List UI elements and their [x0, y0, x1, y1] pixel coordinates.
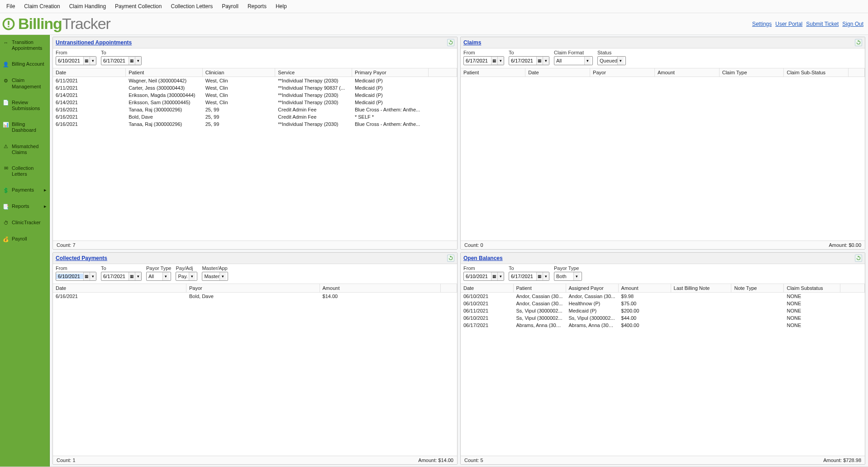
calendar-icon[interactable]: ▦	[83, 57, 90, 65]
chevron-down-icon[interactable]: ▾	[584, 57, 591, 65]
sidebar-item-reports[interactable]: 📑Reports▸	[0, 202, 49, 212]
calendar-icon[interactable]: ▦	[491, 57, 497, 65]
column-header[interactable]: Clinician	[202, 68, 275, 77]
column-header[interactable]: Claim Substatus	[784, 284, 840, 292]
menu-item-collection-letters[interactable]: Collection Letters	[166, 2, 217, 11]
panel-title-link[interactable]: Open Balances	[463, 255, 503, 261]
column-header[interactable]: Date	[461, 284, 513, 292]
from-date-picker[interactable]: ▦▾	[463, 56, 504, 65]
chevron-down-icon[interactable]: ▾	[135, 57, 141, 65]
chevron-down-icon[interactable]: ▾	[497, 272, 504, 280]
to-date-input[interactable]	[101, 274, 129, 279]
chevron-down-icon[interactable]: ▾	[135, 272, 141, 280]
calendar-icon[interactable]: ▦	[129, 57, 135, 65]
table-row[interactable]: 6/16/2021Tanaa, Raj (300000296)25, 99**I…	[53, 120, 457, 128]
header-link-settings[interactable]: Settings	[752, 21, 772, 27]
column-header[interactable]: Primary Payor	[352, 68, 429, 77]
to-date-picker[interactable]: ▦▾	[101, 272, 142, 281]
header-link-sign-out[interactable]: Sign Out	[842, 21, 863, 27]
column-header[interactable]: Claim Sub-Status	[784, 68, 849, 77]
column-header[interactable]: Patient	[513, 284, 566, 292]
payor-type-select[interactable]: All▾	[146, 272, 171, 281]
chevron-down-icon[interactable]: ▾	[617, 57, 624, 65]
sidebar-item-claim-management[interactable]: ⚙Claim Management	[0, 76, 49, 91]
to-date-picker[interactable]: ▦▾	[101, 56, 142, 65]
status-select[interactable]: Queued▾	[597, 56, 626, 65]
sidebar-item-collection-letters[interactable]: ✉Collection Letters	[0, 164, 49, 179]
calendar-icon[interactable]: ▦	[491, 272, 497, 280]
sidebar-item-mismatched-claims[interactable]: ⚠Mismatched Claims	[0, 142, 49, 157]
to-date-input[interactable]	[509, 58, 536, 63]
panel-title-link[interactable]: Untransitioned Appointments	[56, 39, 132, 46]
column-header[interactable]: Amount	[618, 284, 671, 292]
column-header[interactable]: Date	[53, 284, 186, 292]
refresh-button[interactable]	[855, 255, 862, 262]
panel-title-link[interactable]: Claims	[463, 39, 481, 46]
column-header[interactable]: Date	[53, 68, 126, 77]
table[interactable]: DatePatientAssigned PayorAmountLast Bill…	[461, 284, 865, 456]
chevron-down-icon[interactable]: ▾	[162, 272, 169, 280]
refresh-button[interactable]	[855, 39, 862, 46]
table[interactable]: PatientDatePayorAmountClaim TypeClaim Su…	[461, 68, 865, 241]
calendar-icon[interactable]: ▦	[129, 272, 135, 280]
sidebar-item-clinictracker[interactable]: ⏱ClinicTracker	[0, 218, 49, 228]
column-header[interactable]: Amount	[320, 284, 441, 292]
chevron-down-icon[interactable]: ▾	[573, 272, 580, 280]
column-header[interactable]: Date	[525, 68, 590, 77]
table-row[interactable]: 06/17/2021Abrams, Anna (300...Abrams, An…	[461, 322, 865, 329]
column-header[interactable]: Amount	[654, 68, 719, 77]
column-header[interactable]: Note Type	[731, 284, 784, 292]
column-header[interactable]: Payor	[590, 68, 655, 77]
header-link-submit-ticket[interactable]: Submit Ticket	[806, 21, 839, 27]
menu-item-payroll[interactable]: Payroll	[217, 2, 243, 11]
from-date-input[interactable]	[464, 274, 491, 279]
menu-item-payment-collection[interactable]: Payment Collection	[110, 2, 166, 11]
chevron-down-icon[interactable]: ▾	[90, 57, 96, 65]
sidebar-item-billing-dashboard[interactable]: 📊Billing Dashboard	[0, 120, 49, 135]
refresh-button[interactable]	[447, 39, 454, 46]
chevron-down-icon[interactable]: ▾	[497, 57, 504, 65]
table-row[interactable]: 6/16/2021Tanaa, Raj (300000296)25, 99Cre…	[53, 106, 457, 113]
column-header[interactable]: Assigned Payor	[566, 284, 618, 292]
to-date-picker[interactable]: ▦▾	[509, 56, 549, 65]
chevron-down-icon[interactable]: ▾	[189, 272, 195, 280]
menu-item-claim-handling[interactable]: Claim Handling	[65, 2, 110, 11]
column-header[interactable]: Claim Type	[719, 68, 784, 77]
table-row[interactable]: 6/11/2021Wagner, Neil (300000442)West, C…	[53, 77, 457, 85]
chevron-down-icon[interactable]: ▾	[543, 272, 549, 280]
column-header[interactable]: Patient	[126, 68, 203, 77]
sidebar-item-billing-account[interactable]: 👤Billing Account	[0, 59, 49, 69]
claim-format-select[interactable]: All▾	[554, 56, 593, 65]
from-date-picker[interactable]: ▦▾	[56, 56, 96, 65]
sidebar-item-transition-appointments[interactable]: ↔Transition Appointments	[0, 38, 49, 53]
column-header[interactable]: Last Billing Note	[671, 284, 731, 292]
master-app-select[interactable]: Master▾	[202, 272, 228, 281]
column-header[interactable]: Patient	[461, 68, 525, 77]
panel-title-link[interactable]: Collected Payments	[56, 255, 107, 261]
sidebar-item-payroll[interactable]: 💰Payroll	[0, 234, 49, 244]
menu-item-help[interactable]: Help	[271, 2, 291, 11]
payor-type-select[interactable]: Both▾	[554, 272, 582, 281]
calendar-icon[interactable]: ▦	[536, 57, 543, 65]
chevron-down-icon[interactable]: ▾	[543, 57, 549, 65]
from-date-picker[interactable]: ▦▾	[56, 272, 96, 281]
refresh-button[interactable]	[447, 255, 454, 262]
table[interactable]: DatePatientClinicianServicePrimary Payor…	[53, 68, 457, 241]
table-row[interactable]: 6/14/2021Eriksson, Magda (300000444)West…	[53, 91, 457, 99]
menu-item-claim-creation[interactable]: Claim Creation	[19, 2, 64, 11]
sidebar-item-payments[interactable]: 💲Payments▸	[0, 185, 49, 195]
column-header[interactable]: Payor	[186, 284, 320, 292]
to-date-input[interactable]	[509, 274, 536, 279]
menu-item-reports[interactable]: Reports	[243, 2, 271, 11]
table-row[interactable]: 06/11/2021Ss, Vipul (3000002...Medicaid …	[461, 307, 865, 314]
from-date-input[interactable]	[56, 58, 83, 63]
calendar-icon[interactable]: ▦	[83, 272, 90, 280]
calendar-icon[interactable]: ▦	[536, 272, 543, 280]
to-date-input[interactable]	[101, 58, 129, 63]
table-row[interactable]: 6/14/2021Eriksson, Sam (300000445)West, …	[53, 99, 457, 106]
table-row[interactable]: 6/11/2021Carter, Jess (300000443)West, C…	[53, 84, 457, 91]
table[interactable]: DatePayorAmount 6/16/2021Bold, Dave$14.0…	[53, 284, 457, 456]
from-date-input[interactable]	[56, 274, 83, 279]
table-row[interactable]: 6/16/2021Bold, Dave25, 99Credit Admin Fe…	[53, 113, 457, 120]
from-date-input[interactable]	[464, 58, 491, 63]
